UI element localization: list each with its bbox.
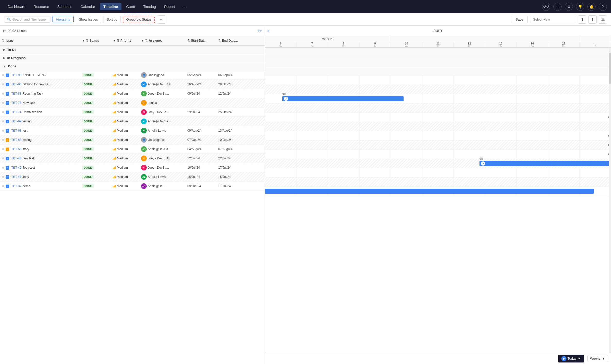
indent: ✓ [2, 92, 10, 96]
gantt-bar[interactable]: 0%J [479, 161, 611, 166]
priority-label: Medium [117, 73, 128, 77]
th-assignee[interactable]: ▼ ⇅ Assignee [139, 39, 185, 42]
priority-label: Medium [117, 175, 128, 179]
nav-tab-report[interactable]: Report [161, 3, 179, 10]
issue-id[interactable]: TBT-68 [11, 129, 21, 132]
bulb-icon[interactable]: 💡 [576, 3, 584, 11]
gantt-bar[interactable]: 0%J [282, 96, 403, 101]
issue-id[interactable]: TBT-63 [11, 138, 21, 142]
priority-icon [113, 83, 116, 86]
issue-id[interactable]: TBT-93 [11, 73, 21, 77]
nav-tab-timelog[interactable]: Timelog [139, 3, 159, 10]
issue-id[interactable]: TBT-86 [11, 83, 21, 86]
checkbox-icon[interactable]: ✓ [6, 148, 9, 151]
sort-by-button[interactable]: Sort by [103, 16, 120, 23]
table-row[interactable]: ✓ TBT-68 test DONE Medium AL Amelia Lewi… [0, 126, 265, 135]
th-priority[interactable]: ▼ ⇅ Priority [111, 39, 139, 42]
checkbox-icon[interactable]: ✓ [6, 166, 9, 170]
th-end[interactable]: ⇅ End Date... [216, 39, 247, 42]
nav-tab-resource[interactable]: Resource [30, 3, 53, 10]
priority-value: Medium [113, 120, 128, 123]
priority-label: Medium [117, 120, 128, 123]
th-start[interactable]: ⇅ Start Dat... [185, 39, 216, 42]
table-row[interactable]: ✓ TBT-37 demo DONE Medium AN Annie@De... [0, 181, 265, 191]
table-row[interactable]: ✓ TBT-69 testing DONE Medium AN Annie@De… [0, 117, 265, 126]
group-row-done[interactable]: ▼ Done [0, 62, 265, 70]
table-row[interactable]: ✓ TBT-45 Joey test DONE Medium JO Joey -… [0, 163, 265, 172]
adjust-icon[interactable]: ⚖ [599, 15, 607, 24]
sort-icon: ⇅ [86, 39, 89, 42]
table-row[interactable]: ✓ TBT-83 Recurring Task DONE Medium JO J… [0, 89, 265, 98]
group-row-todo[interactable]: ▶ To Do [0, 46, 265, 54]
fullscreen-icon[interactable]: ⛶ [553, 3, 562, 11]
download-icon[interactable]: ⬇ [588, 15, 597, 24]
search-box[interactable]: 🔍 Search and filter issue [4, 16, 50, 23]
table-row[interactable]: ✓ TBT-63 testing DONE Medium 👤 Unassigne… [0, 135, 265, 144]
weeks-dropdown[interactable]: Weeks ▼ [587, 355, 608, 362]
filter-button[interactable]: ≡ [157, 15, 165, 24]
checkbox-icon[interactable]: ✓ [6, 111, 9, 114]
issue-id[interactable]: TBT-56 [11, 147, 21, 151]
select-view-input[interactable] [530, 16, 576, 23]
issue-id[interactable]: TBT-45 [11, 166, 21, 169]
th-issue[interactable]: ⇅ Issue [0, 39, 80, 42]
gantt-scrollbar[interactable] [609, 48, 611, 353]
table-row[interactable]: ✓ TBT-41 Joey DONE Medium AL Amelia Lewi… [0, 172, 265, 181]
assignee-name: Unassigned [148, 73, 164, 77]
checkbox-icon[interactable]: ✓ [6, 92, 9, 96]
save-button[interactable]: Save [511, 16, 528, 23]
avatar: JO [141, 156, 147, 161]
end-date: 07/Aug/24 [218, 147, 232, 151]
issue-id[interactable]: TBT-74 [11, 110, 21, 114]
table-row[interactable]: ✓ TBT-86 pitching for new ca... DONE Med… [0, 80, 265, 89]
nav-tab-calendar[interactable]: Calendar [77, 3, 99, 10]
checkbox-icon[interactable]: ✓ [6, 175, 9, 179]
checkbox-icon[interactable]: ✓ [6, 157, 9, 160]
issue-id[interactable]: TBT-41 [11, 175, 21, 179]
checkbox-icon[interactable]: ✓ [6, 129, 9, 133]
table-row[interactable]: ✓ TBT-48 new task DONE Medium JO Joey - … [0, 154, 265, 163]
issues-count: ▤ 92/92 issues [3, 29, 27, 33]
help-icon[interactable]: ? [599, 3, 607, 11]
checkbox-icon[interactable]: ✓ [6, 138, 9, 142]
indent: ✓ [2, 73, 10, 77]
assignee-name: Joey - Dev... [148, 157, 165, 160]
indent: ✓ [2, 129, 10, 133]
table-row[interactable]: ✓ TBT-93 ANNIE TESTING DONE Medium 👤 Una… [0, 70, 265, 80]
table-row[interactable]: ✓ TBT-56 story DONE Medium AN Annie@DevS… [0, 144, 265, 154]
issue-id[interactable]: TBT-83 [11, 92, 21, 95]
issue-id[interactable]: TBT-48 [11, 157, 21, 160]
table-row[interactable]: ✓ TBT-78 New task DONE Medium LO Louisa [0, 98, 265, 107]
table-row[interactable]: ✓ TBT-74 Demo session DONE Medium JO Joe… [0, 107, 265, 117]
checkbox-icon[interactable]: ✓ [6, 74, 9, 77]
settings-icon[interactable]: ⚙ [565, 3, 573, 11]
nav-tab-schedule[interactable]: Schedule [54, 3, 76, 10]
hierarchy-button[interactable]: Hierarchy [53, 16, 74, 23]
checkbox-icon[interactable]: ✓ [6, 120, 9, 123]
nav-tab-dashboard[interactable]: Dashboard [4, 3, 29, 10]
expand-button[interactable]: >> [258, 29, 262, 33]
today-icon: ▶ [561, 356, 566, 361]
nav-tab-gantt[interactable]: Gantt [123, 3, 138, 10]
nav-more-icon[interactable]: ⋯ [180, 3, 188, 11]
issue-id[interactable]: TBT-37 [11, 184, 21, 188]
issue-id[interactable]: TBT-78 [11, 101, 21, 105]
group-by-button[interactable]: Group by: Status [123, 16, 155, 23]
issue-id[interactable]: TBT-69 [11, 120, 21, 123]
group-row-inprogress[interactable]: ▶ In Progress [0, 54, 265, 62]
nav-tab-timeline[interactable]: Timeline [100, 3, 122, 10]
checkbox-icon[interactable]: ✓ [6, 83, 9, 86]
gantt-rows: 0%J▶▶▶▶0%J [265, 48, 611, 353]
th-status[interactable]: ▼ ⇅ Status [80, 39, 111, 42]
upload-icon[interactable]: ⬆ [578, 15, 586, 24]
refresh-icon[interactable]: ↺↺ [542, 3, 550, 11]
gantt-day-cell: 8Mo [328, 42, 359, 47]
checkbox-icon[interactable]: ✓ [6, 185, 9, 188]
today-button[interactable]: ▶ Today ▼ [558, 354, 584, 363]
show-issues-button[interactable]: Show Issues [76, 16, 101, 23]
search-icon: 🔍 [7, 17, 11, 21]
bell-icon[interactable]: 🔔 [587, 3, 596, 11]
gantt-back-button[interactable]: « [267, 29, 269, 33]
gantt-bar[interactable] [265, 189, 594, 194]
checkbox-icon[interactable]: ✓ [6, 101, 9, 105]
